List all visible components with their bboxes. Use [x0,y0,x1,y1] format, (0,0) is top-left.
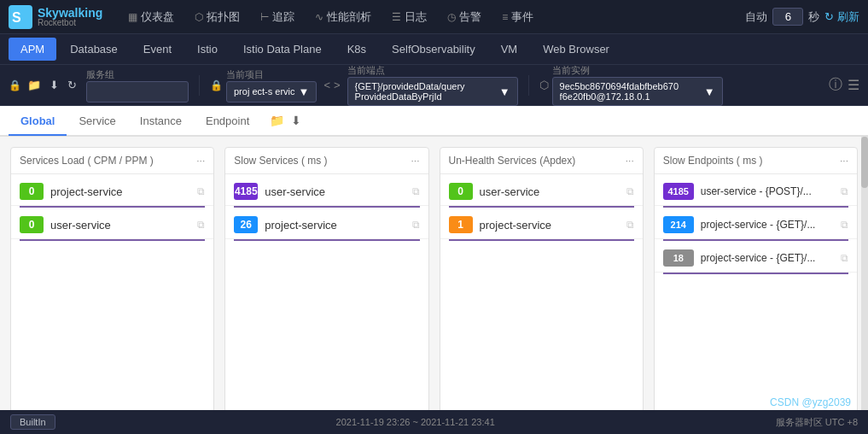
refresh-interval-input[interactable]: 6 [772,8,803,26]
lock-icon-2: 🔒 [210,79,223,91]
refresh-button[interactable]: ↻ 刷新 [824,9,859,25]
copy-icon-2-0[interactable]: ⧉ [626,185,634,197]
service-name-3-0: user-service - {POST}/... [701,185,834,197]
filter-divider-1 [199,75,200,96]
folder-icon[interactable]: 📁 [25,76,44,94]
nav-topology[interactable]: ⬡ 拓扑图 [186,6,248,28]
service-name-3-1: project-service - {GET}/... [701,219,834,231]
service-name-3-2: project-service - {GET}/... [701,252,834,264]
service-badge-0-0: 0 [20,183,44,200]
tab-event[interactable]: Event [131,38,184,61]
service-name-0-1: user-service [50,219,190,232]
code-icons: < > [323,79,340,91]
tab-download-icon[interactable]: ⬇ [291,114,301,127]
service-badge-1-1: 26 [234,216,258,233]
tab-actions: 📁 ⬇ [270,114,301,127]
service-badge-2-0: 0 [449,183,473,200]
panel-unhealth-title: Un-Health Services (Apdex) [449,155,576,167]
copy-icon-2-1[interactable]: ⧉ [626,219,634,231]
service-group-field: 服务组 [86,68,189,103]
chevron-icon: ▼ [299,85,310,98]
logo: S Skywalking Rocketbot [9,5,102,29]
copy-icon-3-0[interactable]: ⧉ [841,185,848,197]
tab-self[interactable]: SelfObservability [380,38,487,61]
service-group-label: 服务组 [86,68,189,81]
project-value: proj ect-s ervic [234,86,295,97]
tab-webbrowser[interactable]: Web Browser [531,38,621,61]
instance-select[interactable]: 9ec5bc8670694fdabfbeb670 f6e20fb0@172.18… [552,77,723,106]
performance-icon: ∿ [315,11,323,23]
tab-vm[interactable]: VM [489,38,530,61]
filter-right-icons: ⓘ ☰ [829,76,859,94]
nav-dashboard[interactable]: ▦ 仪表盘 [119,6,183,28]
copy-icon-0-1[interactable]: ⧉ [197,219,205,231]
service-row: 0 project-service ⧉ [11,178,213,206]
nav-items: ▦ 仪表盘 ⬡ 拓扑图 ⊢ 追踪 ∿ 性能剖析 ☰ 日志 ◷ 告警 ≡ 事件 [119,6,745,28]
tab-global[interactable]: Global [9,108,67,136]
dashboard-icon: ▦ [128,11,137,23]
panel-unhealth-services: Un-Health Services (Apdex) ··· 0 user-se… [440,147,644,424]
copy-icon-3-1[interactable]: ⧉ [841,219,848,231]
panel-services-load-body: 0 project-service ⧉ 0 user-service ⧉ [11,174,213,248]
current-project-section: 🔒 当前项目 proj ect-s ervic ▼ [210,68,317,103]
service-row: 4185 user-service ⧉ [225,178,428,206]
log-icon: ☰ [392,11,401,23]
current-instance-label: 当前实例 [552,64,723,77]
info-icon[interactable]: ⓘ [829,76,842,94]
instance-section: ⬡ 当前实例 9ec5bc8670694fdabfbeb670 f6e20fb0… [539,64,723,106]
tab-endpoint[interactable]: Endpoint [194,108,261,136]
service-row: 18 project-service - {GET}/... ⧉ [655,244,857,273]
list-icon[interactable]: ☰ [848,77,859,93]
copy-icon-3-2[interactable]: ⧉ [841,252,848,264]
tab-instance[interactable]: Instance [128,108,194,136]
copy-icon-1-0[interactable]: ⧉ [412,185,420,197]
nav-performance[interactable]: ∿ 性能剖析 [306,6,380,28]
tab-k8s[interactable]: K8s [335,38,378,61]
endpoint-field: 当前端点 {GET}/providedData/query ProvidedDa… [347,64,518,106]
project-select[interactable]: proj ect-s ervic ▼ [226,81,317,103]
service-group-input[interactable] [86,81,189,103]
panel-slow-endpoints-menu[interactable]: ··· [840,155,848,167]
endpoint-chevron-icon: ▼ [499,85,510,98]
panel-services-load-title: Services Load ( CPM / PPM ) [20,155,154,167]
watermark: CSDN @yzg2039 [770,396,851,408]
instance-value: 9ec5bc8670694fdabfbeb670 f6e20fb0@172.18… [560,81,701,102]
panel-services-load-menu[interactable]: ··· [196,155,205,167]
panel-slow-endpoints-header: Slow Endpoints ( ms ) ··· [655,148,857,174]
main-content: Services Load ( CPM / PPM ) ··· 0 projec… [0,137,868,434]
service-bar-3-1 [663,239,848,241]
logo-subtitle: Rocketbot [38,19,102,27]
panel-slow-services-body: 4185 user-service ⧉ 26 project-service ⧉ [225,174,428,248]
panel-unhealth-header: Un-Health Services (Apdex) ··· [440,148,643,174]
builtin-button[interactable]: BuiltIn [10,414,55,430]
nav-log[interactable]: ☰ 日志 [383,6,435,28]
nav-trace[interactable]: ⊢ 追踪 [252,6,303,28]
nav-event[interactable]: ≡ 事件 [493,6,542,28]
service-bar-0-0 [20,206,205,208]
panel-slow-services: Slow Services ( ms ) ··· 4185 user-servi… [224,147,428,424]
endpoint-select[interactable]: {GET}/providedData/query ProvidedDataByP… [347,77,518,106]
panel-services-load-header: Services Load ( CPM / PPM ) ··· [11,148,213,174]
tab-folder-icon[interactable]: 📁 [270,114,284,127]
instance-icon: ⬡ [539,79,549,91]
tab-istio[interactable]: Istio [185,38,230,61]
download-icon[interactable]: ⬇ [47,76,61,94]
tab-apm[interactable]: APM [9,38,56,61]
tab-service[interactable]: Service [67,108,127,136]
nav-log-label: 日志 [405,9,427,25]
tab-istio-dp[interactable]: Istio Data Plane [231,38,334,61]
tab-database[interactable]: Database [58,38,130,61]
scrollbar[interactable] [861,137,868,410]
service-bar-1-1 [234,239,419,241]
panel-unhealth-menu[interactable]: ··· [626,155,634,167]
endpoint-value: {GET}/providedData/query ProvidedDataByP… [355,81,496,102]
copy-icon-0-0[interactable]: ⧉ [197,185,205,197]
service-badge-2-1: 1 [449,216,473,233]
service-row: 26 project-service ⧉ [225,211,428,239]
nav-alarm[interactable]: ◷ 告警 [439,6,490,28]
service-name-0-0: project-service [50,185,190,198]
refresh-filter-icon[interactable]: ↻ [65,76,79,94]
copy-icon-1-1[interactable]: ⧉ [412,219,420,231]
top-nav: S Skywalking Rocketbot ▦ 仪表盘 ⬡ 拓扑图 ⊢ 追踪 … [0,0,868,34]
panel-slow-services-menu[interactable]: ··· [411,155,419,167]
